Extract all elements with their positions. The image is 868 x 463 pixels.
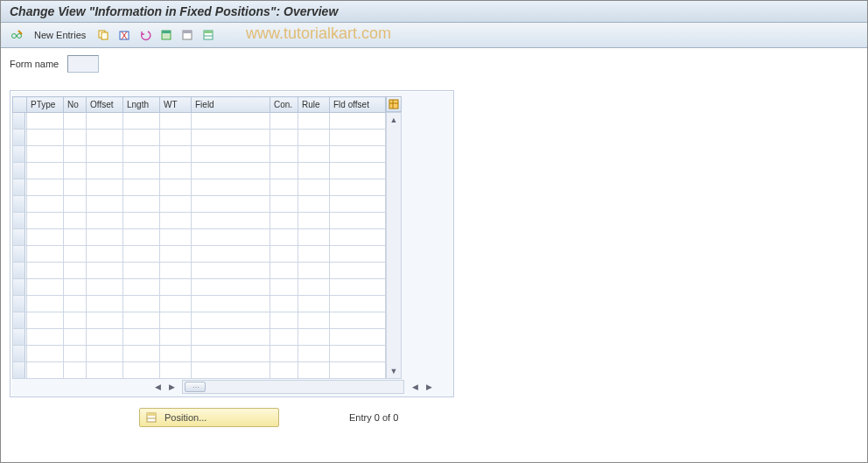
row-selector[interactable] xyxy=(13,213,25,228)
cell[interactable] xyxy=(330,196,386,213)
cell[interactable] xyxy=(64,263,87,279)
cell[interactable] xyxy=(160,246,192,263)
cell[interactable] xyxy=(330,113,386,130)
cell[interactable] xyxy=(270,113,298,130)
cell[interactable] xyxy=(27,130,64,146)
row-selector[interactable] xyxy=(13,130,25,145)
scroll-up-button[interactable]: ▲ xyxy=(387,113,401,127)
cell[interactable] xyxy=(27,329,64,346)
cell[interactable] xyxy=(330,229,386,246)
row-selector[interactable] xyxy=(13,229,25,245)
cell[interactable] xyxy=(64,329,87,346)
cell[interactable] xyxy=(123,329,160,346)
row-selector[interactable] xyxy=(13,329,25,345)
cell[interactable] xyxy=(160,130,192,146)
cell[interactable] xyxy=(192,246,270,263)
undo-button[interactable] xyxy=(136,26,154,44)
cell[interactable] xyxy=(87,163,123,179)
cell[interactable] xyxy=(298,163,330,179)
cell[interactable] xyxy=(87,329,123,346)
cell[interactable] xyxy=(298,196,330,213)
col-header-con[interactable]: Con. xyxy=(270,97,298,113)
vertical-scrollbar[interactable]: ▲ ▼ xyxy=(386,112,402,379)
cell[interactable] xyxy=(27,362,64,379)
cell[interactable] xyxy=(160,279,192,296)
row-selector-header[interactable] xyxy=(13,97,27,113)
deselect-all-button[interactable] xyxy=(178,26,196,44)
new-entries-button[interactable]: New Entries xyxy=(29,28,91,42)
cell[interactable] xyxy=(123,279,160,296)
cell[interactable] xyxy=(123,130,160,146)
cell[interactable] xyxy=(87,246,123,263)
table-row[interactable] xyxy=(13,346,386,362)
position-button[interactable]: Position... xyxy=(139,408,279,427)
select-all-button[interactable] xyxy=(158,26,175,44)
cell[interactable] xyxy=(123,263,160,279)
cell[interactable] xyxy=(64,296,87,312)
cell[interactable] xyxy=(160,329,192,346)
cell[interactable] xyxy=(64,346,87,362)
cell[interactable] xyxy=(298,246,330,263)
cell[interactable] xyxy=(192,229,270,246)
cell[interactable] xyxy=(160,113,192,130)
scroll-down-button[interactable]: ▼ xyxy=(387,364,401,378)
cell[interactable] xyxy=(330,346,386,362)
cell[interactable] xyxy=(192,179,270,196)
cell[interactable] xyxy=(123,146,160,163)
cell[interactable] xyxy=(192,296,270,312)
table-row[interactable] xyxy=(13,179,386,196)
cell[interactable] xyxy=(298,362,330,379)
cell[interactable] xyxy=(298,279,330,296)
scroll-right2-button[interactable]: ▶ xyxy=(422,380,436,394)
cell[interactable] xyxy=(270,130,298,146)
table-row[interactable] xyxy=(13,229,386,246)
cell[interactable] xyxy=(298,213,330,229)
cell[interactable] xyxy=(270,146,298,163)
cell[interactable] xyxy=(87,130,123,146)
cell[interactable] xyxy=(270,329,298,346)
cell[interactable] xyxy=(330,146,386,163)
cell[interactable] xyxy=(192,263,270,279)
cell[interactable] xyxy=(64,279,87,296)
cell[interactable] xyxy=(27,312,64,329)
cell[interactable] xyxy=(270,296,298,312)
scroll-right-button[interactable]: ▶ xyxy=(164,380,178,394)
cell[interactable] xyxy=(330,213,386,229)
cell[interactable] xyxy=(270,196,298,213)
cell[interactable] xyxy=(123,179,160,196)
cell[interactable] xyxy=(270,246,298,263)
cell[interactable] xyxy=(27,229,64,246)
table-row[interactable] xyxy=(13,196,386,213)
row-selector[interactable] xyxy=(13,346,25,361)
cell[interactable] xyxy=(298,312,330,329)
cell[interactable] xyxy=(27,146,64,163)
cell[interactable] xyxy=(160,179,192,196)
cell[interactable] xyxy=(330,279,386,296)
row-selector[interactable] xyxy=(13,279,25,295)
cell[interactable] xyxy=(270,229,298,246)
cell[interactable] xyxy=(160,213,192,229)
col-header-ptype[interactable]: PType xyxy=(27,97,64,113)
row-selector[interactable] xyxy=(13,146,25,162)
row-selector[interactable] xyxy=(13,296,25,312)
cell[interactable] xyxy=(87,263,123,279)
cell[interactable] xyxy=(64,213,87,229)
table-row[interactable] xyxy=(13,146,386,163)
table-row[interactable] xyxy=(13,329,386,346)
cell[interactable] xyxy=(160,146,192,163)
cell[interactable] xyxy=(330,130,386,146)
cell[interactable] xyxy=(330,263,386,279)
cell[interactable] xyxy=(160,312,192,329)
scroll-left2-button[interactable]: ◀ xyxy=(408,380,422,394)
row-selector[interactable] xyxy=(13,246,25,262)
cell[interactable] xyxy=(87,113,123,130)
cell[interactable] xyxy=(123,113,160,130)
cell[interactable] xyxy=(192,346,270,362)
cell[interactable] xyxy=(27,246,64,263)
cell[interactable] xyxy=(87,312,123,329)
cell[interactable] xyxy=(160,362,192,379)
horizontal-scrollbar[interactable]: ⋯ xyxy=(182,380,404,394)
cell[interactable] xyxy=(270,279,298,296)
row-selector[interactable] xyxy=(13,163,25,179)
cell[interactable] xyxy=(160,296,192,312)
